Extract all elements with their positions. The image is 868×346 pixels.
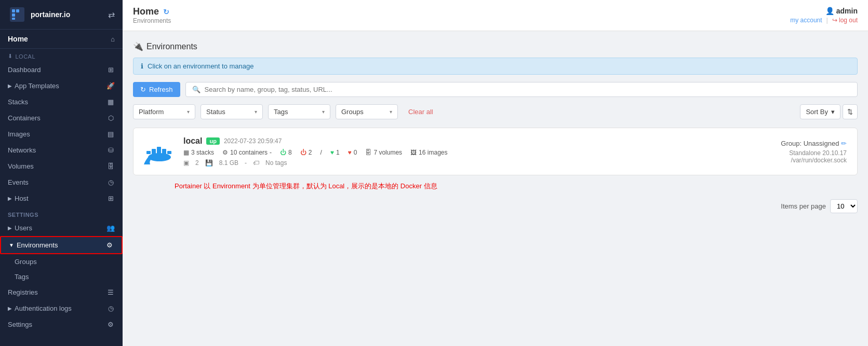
- env-right: Group: Unassigned ✏ Standalone 20.10.17 …: [743, 140, 847, 164]
- running-stat: ⏻ 8: [280, 149, 292, 156]
- volumes-stat: 🗄 7 volumes: [365, 149, 402, 156]
- refresh-button[interactable]: ↻ Refresh: [133, 82, 180, 97]
- settings-icon: ⚙: [106, 321, 115, 328]
- plug-icon: 🔌: [133, 41, 143, 51]
- svg-rect-8: [157, 147, 161, 154]
- sidebar: portainer.io ⇄ Home ⌂ ⬇ LOCAL Dashboard …: [0, 0, 123, 346]
- chevron-down-icon: ▾: [390, 109, 392, 115]
- status-badge: up: [206, 137, 219, 145]
- sidebar-sub-item-tags[interactable]: Tags: [0, 269, 123, 284]
- svg-rect-3: [12, 13, 15, 17]
- stop-icon: ⏻: [300, 149, 306, 156]
- sidebar-item-label: Dashboard: [8, 66, 106, 74]
- topbar-left: Home ↻ Environments: [133, 6, 171, 24]
- env-standalone: Standalone 20.10.17: [743, 149, 847, 157]
- edit-icon[interactable]: ✏: [841, 140, 847, 147]
- sort-order-icon: ⇅: [847, 108, 853, 116]
- sidebar-item-images[interactable]: Images ▤: [0, 126, 123, 142]
- rocket-icon: 🚀: [106, 82, 115, 90]
- main-area: Home ↻ Environments 👤 admin my account |…: [123, 0, 868, 346]
- info-bar: ℹ Click on an environment to manage: [133, 58, 858, 75]
- env-card[interactable]: local up 2022-07-23 20:59:47 ▦ 3 stacks …: [133, 128, 858, 175]
- admin-name-row: 👤 admin: [825, 7, 858, 15]
- env-card-info: local up 2022-07-23 20:59:47 ▦ 3 stacks …: [183, 136, 735, 167]
- memory-icon: 💾: [205, 159, 213, 167]
- breadcrumb: Environments: [133, 17, 171, 24]
- chevron-down-icon: ▾: [322, 109, 325, 115]
- svg-point-11: [148, 153, 171, 161]
- networks-icon: ⛁: [106, 146, 115, 154]
- platform-filter[interactable]: Platform ▾: [133, 104, 195, 119]
- sidebar-item-stacks[interactable]: Stacks ▦: [0, 94, 123, 110]
- containers-icon: ⬡: [106, 114, 115, 122]
- sidebar-item-label: Registries: [8, 288, 106, 296]
- home-icon: ⌂: [111, 35, 115, 43]
- sidebar-home-item[interactable]: Home ⌂: [0, 30, 123, 49]
- sidebar-item-settings[interactable]: Settings ⚙: [0, 316, 123, 333]
- sidebar-item-label: Settings: [8, 321, 106, 328]
- sidebar-item-users[interactable]: ▶ Users 👥: [0, 220, 123, 236]
- admin-links-row: my account | ↪ log out: [790, 16, 858, 24]
- clear-all-button[interactable]: Clear all: [403, 105, 438, 119]
- annotation-text: Portainer 以 Environment 为单位管理集群，默认为 Loca…: [175, 182, 858, 191]
- svg-rect-7: [152, 149, 156, 154]
- items-per-page-select[interactable]: 10 25 50: [830, 199, 858, 213]
- svg-rect-4: [16, 9, 19, 12]
- stacks-icon: ▦: [183, 149, 189, 156]
- sidebar-local-label: ⬇ LOCAL: [0, 49, 123, 62]
- search-input[interactable]: [205, 86, 851, 93]
- images-stat: 🖼 16 images: [410, 149, 447, 156]
- chevron-down-icon: ▾: [187, 109, 190, 115]
- sidebar-sub-item-groups[interactable]: Groups: [0, 254, 123, 269]
- sort-area: Sort By ▾ ⇅: [800, 104, 858, 119]
- page-title: Home ↻: [133, 6, 171, 17]
- sidebar-item-containers[interactable]: Containers ⬡: [0, 110, 123, 126]
- dashboard-icon: ⊞: [106, 66, 115, 74]
- sidebar-item-label: Users: [15, 224, 106, 232]
- toolbar: ↻ Refresh 🔍: [133, 82, 858, 97]
- logout-link[interactable]: ↪ log out: [832, 17, 858, 24]
- containers-icon: ⚙: [222, 149, 228, 156]
- logo-text: portainer.io: [31, 10, 70, 19]
- sidebar-item-label: Tags: [15, 273, 115, 281]
- sidebar-item-registries[interactable]: Registries ☰: [0, 284, 123, 300]
- sort-by-button[interactable]: Sort By ▾: [800, 104, 840, 119]
- healthy-stat: ♥ 1: [330, 149, 340, 156]
- transfer-icon[interactable]: ⇄: [108, 10, 115, 20]
- sidebar-item-volumes[interactable]: Volumes 🗄: [0, 158, 123, 174]
- sidebar-item-auth-logs[interactable]: ▶ Authentication logs ◷: [0, 300, 123, 316]
- sidebar-item-host[interactable]: ▶ Host ⊞: [0, 190, 123, 206]
- home-label: Home: [8, 35, 111, 43]
- events-icon: ◷: [106, 178, 115, 186]
- images-icon: ▤: [106, 130, 115, 138]
- stacks-icon: ▦: [106, 98, 115, 106]
- status-filter[interactable]: Status ▾: [201, 104, 263, 119]
- sidebar-item-events[interactable]: Events ◷: [0, 174, 123, 190]
- tags-filter[interactable]: Tags ▾: [268, 104, 330, 119]
- sidebar-item-label: Images: [8, 130, 106, 138]
- admin-label: admin: [836, 7, 858, 15]
- sidebar-item-networks[interactable]: Networks ⛁: [0, 142, 123, 158]
- sidebar-item-label: Environments: [17, 241, 105, 249]
- search-box[interactable]: 🔍: [185, 82, 858, 97]
- refresh-small-icon[interactable]: ↻: [163, 8, 169, 16]
- sidebar-item-environments[interactable]: ▼ Environments ⚙: [0, 236, 123, 254]
- pagination-row: Items per page 10 25 50: [133, 199, 858, 213]
- portainer-logo-icon: [8, 5, 26, 24]
- sidebar-settings-label: SETTINGS: [0, 206, 123, 220]
- svg-rect-2: [12, 9, 15, 12]
- groups-filter[interactable]: Groups ▾: [336, 104, 398, 119]
- env-group: Group: Unassigned ✏: [743, 140, 847, 147]
- host-icon: ⊞: [106, 195, 115, 202]
- sort-order-button[interactable]: ⇅: [843, 104, 858, 119]
- my-account-link[interactable]: my account: [790, 17, 822, 24]
- env-stats: ▦ 3 stacks ⚙ 10 containers - ⏻ 8: [183, 149, 735, 156]
- chevron-icon: ▶: [8, 306, 12, 311]
- sidebar-item-dashboard[interactable]: Dashboard ⊞: [0, 62, 123, 78]
- registries-icon: ☰: [106, 288, 115, 296]
- svg-rect-10: [167, 151, 171, 154]
- sidebar-item-label: Groups: [15, 258, 115, 266]
- sort-chevron-icon: ▾: [831, 108, 835, 116]
- sidebar-item-app-templates[interactable]: ▶ App Templates 🚀: [0, 78, 123, 94]
- svg-rect-5: [12, 18, 15, 20]
